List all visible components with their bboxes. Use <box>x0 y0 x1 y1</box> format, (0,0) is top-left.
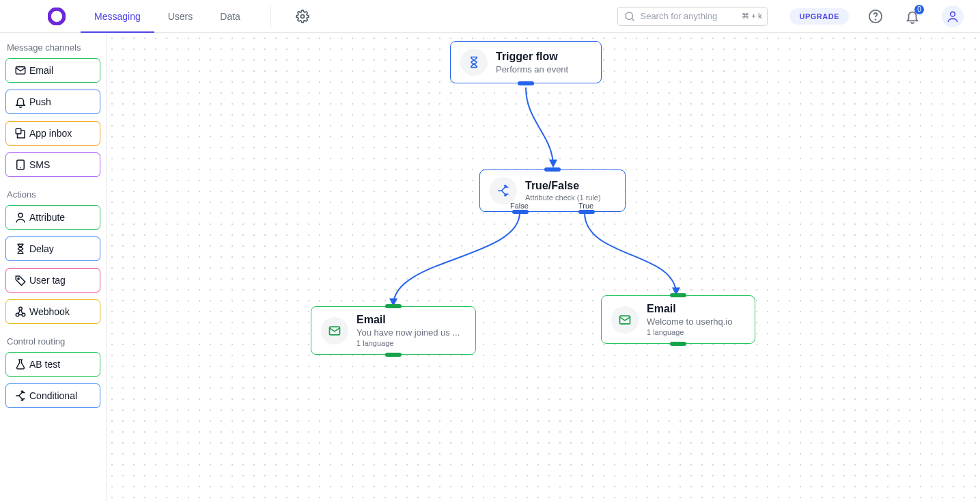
nav-data[interactable]: Data <box>206 0 254 33</box>
node-port-in[interactable] <box>385 304 402 308</box>
hourglass-icon <box>14 243 27 255</box>
logo[interactable] <box>46 6 67 27</box>
search-input[interactable]: Search for anything ⌘ + k <box>617 7 768 26</box>
search-icon <box>624 10 636 23</box>
node-port-out[interactable] <box>385 353 402 357</box>
abtest-icon <box>14 358 27 370</box>
node-port-out[interactable] <box>518 81 534 85</box>
node-title: True/False <box>525 180 601 192</box>
node-email-false[interactable]: Email You have now joined us ... 1 langu… <box>311 306 476 355</box>
search-placeholder: Search for anything <box>640 11 717 21</box>
mail-icon <box>14 64 27 77</box>
sidebar-item-label: Attribute <box>29 212 65 223</box>
nav-users[interactable]: Users <box>154 0 207 33</box>
node-subtitle: Attribute check (1 rule) <box>525 193 601 202</box>
node-title: Email <box>647 303 733 315</box>
sidebar-item-delay[interactable]: Delay <box>5 236 100 261</box>
node-title: Email <box>356 314 460 326</box>
node-meta: 1 language <box>647 328 733 336</box>
sidebar-item-label: SMS <box>29 159 50 170</box>
search-shortcut: ⌘ + k <box>742 12 761 21</box>
settings-button[interactable] <box>293 7 312 26</box>
attribute-icon <box>14 211 27 224</box>
sidebar-item-label: AB test <box>29 359 60 370</box>
help-button[interactable] <box>865 6 886 27</box>
gear-icon <box>296 10 309 23</box>
node-email-true[interactable]: Email Welcome to userhq.io 1 language <box>601 295 755 344</box>
node-condition[interactable]: True/False Attribute check (1 rule) Fals… <box>479 170 626 212</box>
sidebar-item-label: Conditional <box>29 390 77 401</box>
notifications-button[interactable]: 0 <box>902 6 923 27</box>
notification-badge: 0 <box>914 5 924 14</box>
sidebar-item-label: App inbox <box>29 128 72 139</box>
sidebar-group-actions-title: Actions <box>7 189 99 200</box>
node-meta: 1 language <box>356 339 460 347</box>
inbox-icon <box>14 127 27 139</box>
node-port-in[interactable] <box>670 293 686 297</box>
node-trigger[interactable]: Trigger flow Performs an event <box>450 41 602 83</box>
nav-messaging[interactable]: Messaging <box>81 0 154 33</box>
tag-icon <box>14 274 27 286</box>
node-content: Email Welcome to userhq.io 1 language <box>647 303 733 336</box>
node-port-false[interactable] <box>512 210 529 214</box>
node-port-out[interactable] <box>670 342 686 346</box>
node-subtitle: Performs an event <box>496 64 568 75</box>
flow-edges <box>107 33 980 501</box>
node-title: Trigger flow <box>496 51 568 63</box>
sidebar-item-label: Email <box>29 65 53 76</box>
svg-point-13 <box>49 9 64 24</box>
sidebar-item-webhook[interactable]: Webhook <box>5 299 100 324</box>
sidebar-item-label: Webhook <box>29 306 70 317</box>
sidebar-group-channels-title: Message channels <box>7 42 99 53</box>
node-port-in[interactable] <box>544 167 561 172</box>
sms-icon <box>14 159 27 171</box>
hourglass-icon <box>460 49 488 76</box>
sidebar-item-abtest[interactable]: AB test <box>5 352 100 377</box>
mail-icon <box>321 317 348 344</box>
sidebar-item-usertag[interactable]: User tag <box>5 268 100 293</box>
nav-divider <box>270 5 271 27</box>
sidebar-item-appinbox[interactable]: App inbox <box>5 121 100 146</box>
app-header: Messaging Users Data Search for anything… <box>0 0 980 33</box>
node-content: True/False Attribute check (1 rule) <box>525 180 601 202</box>
sidebar-item-email[interactable]: Email <box>5 58 100 83</box>
help-icon <box>868 9 883 24</box>
node-port-false-label: False <box>510 202 529 210</box>
sidebar-item-label: Push <box>29 96 51 107</box>
node-subtitle: Welcome to userhq.io <box>647 316 733 327</box>
main-nav: Messaging Users Data <box>81 0 254 33</box>
mail-icon <box>611 306 639 334</box>
sidebar-item-label: User tag <box>29 275 66 286</box>
sidebar: Message channels Email Push App inbox SM… <box>0 33 107 501</box>
bell-icon <box>14 96 27 108</box>
conditional-icon <box>14 390 27 402</box>
conditional-icon <box>490 177 517 204</box>
sidebar-item-label: Delay <box>29 243 54 254</box>
sidebar-group-routing-title: Control routing <box>7 336 99 347</box>
node-content: Email You have now joined us ... 1 langu… <box>356 314 460 347</box>
sidebar-item-push[interactable]: Push <box>5 90 100 114</box>
webhook-icon <box>14 306 27 318</box>
sidebar-item-attribute[interactable]: Attribute <box>5 205 100 230</box>
upgrade-button[interactable]: UPGRADE <box>789 8 849 25</box>
node-port-true-label: True <box>578 202 593 210</box>
flow-canvas[interactable]: Trigger flow Performs an event True/Fals… <box>107 33 980 501</box>
user-icon <box>946 10 960 23</box>
sidebar-item-sms[interactable]: SMS <box>5 152 100 177</box>
node-subtitle: You have now joined us ... <box>356 327 460 338</box>
avatar[interactable] <box>942 5 964 27</box>
node-content: Trigger flow Performs an event <box>496 51 568 75</box>
sidebar-item-conditional[interactable]: Conditional <box>5 383 100 408</box>
node-port-true[interactable] <box>578 210 595 214</box>
